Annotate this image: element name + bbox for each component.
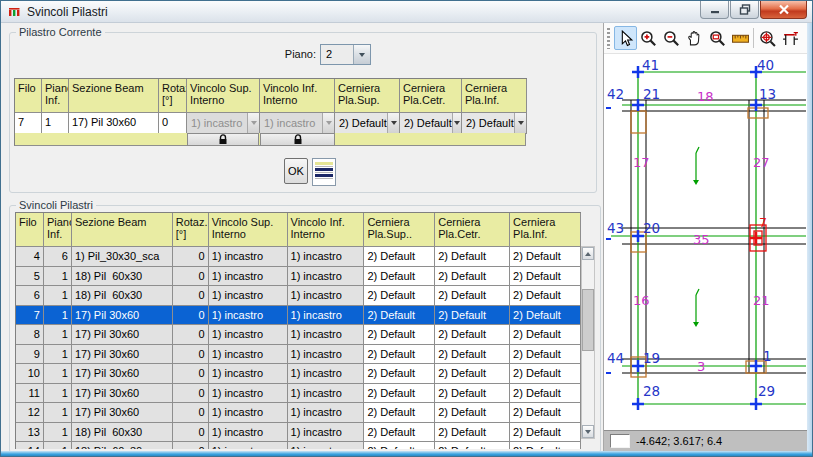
table-row[interactable]: 11117) Pil 30x6001) incastro1) incastro2… <box>16 384 581 404</box>
table-cell[interactable]: 2) Default <box>364 423 435 443</box>
table-cell[interactable]: 17) Pil 30x60 <box>72 384 173 404</box>
table-cell[interactable]: 2) Default <box>364 403 435 423</box>
table-cell[interactable]: 1) incastro <box>288 364 365 384</box>
table-cell[interactable]: 0 <box>173 286 209 306</box>
table-cell[interactable]: 0 <box>173 403 209 423</box>
table-cell[interactable]: 1) incastro <box>288 403 365 423</box>
zoom-extents-tool-button[interactable] <box>756 26 779 50</box>
table-cell[interactable]: 2) Default <box>435 325 510 345</box>
table-cell[interactable]: 2) Default <box>364 325 435 345</box>
table-cell[interactable]: 2) Default <box>510 286 581 306</box>
table-cell[interactable]: 14 <box>16 442 44 449</box>
close-button[interactable] <box>760 1 807 19</box>
table-cell[interactable]: 1 <box>44 384 72 404</box>
table-cell[interactable]: 1) incastro <box>288 267 365 287</box>
table-scrollbar[interactable] <box>581 246 595 439</box>
table-cell[interactable]: 2) Default <box>364 345 435 365</box>
table-cell[interactable]: 0 <box>173 384 209 404</box>
table-cell[interactable]: 2) Default <box>510 267 581 287</box>
table-cell[interactable]: 2) Default <box>364 267 435 287</box>
table-row[interactable]: 7117) Pil 30x6001) incastro1) incastro2)… <box>16 306 581 326</box>
table-cell[interactable]: 2) Default <box>364 247 435 267</box>
table-cell[interactable]: 13 <box>16 423 44 443</box>
table-cell[interactable]: 5 <box>16 267 44 287</box>
table-cell[interactable]: 7 <box>16 306 44 326</box>
table-cell[interactable]: 2) Default <box>510 306 581 326</box>
table-cell[interactable]: 1) incastro <box>288 423 365 443</box>
table-cell[interactable]: 0 <box>173 247 209 267</box>
table-cell[interactable]: 8 <box>16 325 44 345</box>
lock-vincolo-sup-button[interactable] <box>187 133 259 146</box>
table-view-button[interactable] <box>312 158 336 186</box>
table-cell[interactable]: 1) incastro <box>288 286 365 306</box>
measure-tool-button[interactable] <box>729 26 752 50</box>
toolbar-drag-handle[interactable] <box>607 28 610 49</box>
table-cell[interactable]: 17) Pil 30x60 <box>72 403 173 423</box>
table-cell[interactable]: 1) Pil_30x30_sca <box>72 247 173 267</box>
minimize-button[interactable] <box>700 1 729 19</box>
table-cell[interactable]: 1) incastro <box>288 384 365 404</box>
table-cell[interactable]: 1 <box>44 306 72 326</box>
table-row[interactable]: 10117) Pil 30x6001) incastro1) incastro2… <box>16 364 581 384</box>
table-cell[interactable]: 1) incastro <box>288 247 365 267</box>
table-cell[interactable]: 10 <box>16 364 44 384</box>
table-cell[interactable]: 2) Default <box>435 364 510 384</box>
table-cell[interactable]: 1 <box>44 286 72 306</box>
table-cell[interactable]: 1 <box>44 267 72 287</box>
cell-dropdown-button[interactable] <box>514 113 526 133</box>
table-cell[interactable]: 1) incastro <box>209 325 288 345</box>
table-cell[interactable]: 1 <box>44 423 72 443</box>
table-cell[interactable]: 9 <box>16 345 44 365</box>
table-cell[interactable]: 1) incastro <box>288 325 365 345</box>
scroll-up-button[interactable] <box>582 247 594 260</box>
table-cell[interactable]: 4 <box>16 247 44 267</box>
piano-dropdown-button[interactable] <box>353 45 370 64</box>
table-cell[interactable]: 0 <box>173 267 209 287</box>
table-cell[interactable]: 2) Default <box>364 364 435 384</box>
zoom-out-tool-button[interactable] <box>660 26 683 50</box>
table-cell[interactable]: 2) Default <box>510 345 581 365</box>
table-cell[interactable]: 2) Default <box>435 247 510 267</box>
table-cell[interactable]: 11 <box>16 384 44 404</box>
table-cell[interactable]: 1 <box>44 325 72 345</box>
table-cell[interactable]: 0 <box>173 442 209 449</box>
table-cell[interactable]: 1 <box>44 403 72 423</box>
table-cell[interactable]: 17) Pil 30x60 <box>72 364 173 384</box>
table-cell[interactable]: 0 <box>173 325 209 345</box>
table-cell[interactable]: 2) Default <box>510 384 581 404</box>
dropdown-cell[interactable]: 2) Default <box>335 113 400 134</box>
table-cell[interactable]: 18) Pil 60x30 <box>72 442 173 449</box>
table-cell[interactable]: 2) Default <box>510 364 581 384</box>
table-cell[interactable]: 2) Default <box>510 423 581 443</box>
table-cell[interactable]: 2) Default <box>364 286 435 306</box>
table-cell[interactable]: 2) Default <box>435 423 510 443</box>
table-cell[interactable]: 1 <box>44 442 72 449</box>
ok-button[interactable]: OK <box>284 158 308 184</box>
table-cell[interactable]: 18) Pil 60x30 <box>72 423 173 443</box>
piano-combobox[interactable]: 2 <box>320 44 371 65</box>
table-cell[interactable]: 2) Default <box>435 306 510 326</box>
table-cell[interactable]: 0 <box>173 423 209 443</box>
table-cell[interactable]: 2) Default <box>435 384 510 404</box>
table-cell[interactable]: 18) Pil 60x30 <box>72 286 173 306</box>
table-cell[interactable]: 1) incastro <box>209 267 288 287</box>
table-cell[interactable]: 1) incastro <box>288 345 365 365</box>
table-cell[interactable]: 12 <box>16 403 44 423</box>
table-row[interactable]: 12117) Pil 30x6001) incastro1) incastro2… <box>16 403 581 423</box>
table-cell[interactable]: 1) incastro <box>288 442 365 449</box>
table-cell[interactable]: 1) incastro <box>209 345 288 365</box>
table-row[interactable]: 13118) Pil 60x3001) incastro1) incastro2… <box>16 423 581 443</box>
lock-vincolo-inf-button[interactable] <box>260 133 335 146</box>
table-row[interactable]: 9117) Pil 30x6001) incastro1) incastro2)… <box>16 345 581 365</box>
table-row[interactable]: 14118) Pil 60x3001) incastro1) incastro2… <box>16 442 581 449</box>
table-cell[interactable]: 2) Default <box>510 325 581 345</box>
table-cell[interactable]: 17) Pil 30x60 <box>72 306 173 326</box>
table-cell[interactable]: 18) Pil 60x30 <box>72 267 173 287</box>
select-tool-button[interactable] <box>614 26 637 50</box>
plan-drawing[interactable]: 4140422113432044191282918172735162137 <box>606 55 806 429</box>
table-cell[interactable]: 1) incastro <box>209 364 288 384</box>
scrollbar-thumb[interactable] <box>582 289 594 351</box>
table-row[interactable]: 8117) Pil 30x6001) incastro1) incastro2)… <box>16 325 581 345</box>
table-cell[interactable]: 17) Pil 30x60 <box>72 325 173 345</box>
title-bar[interactable]: Svincoli Pilastri <box>1 1 813 23</box>
